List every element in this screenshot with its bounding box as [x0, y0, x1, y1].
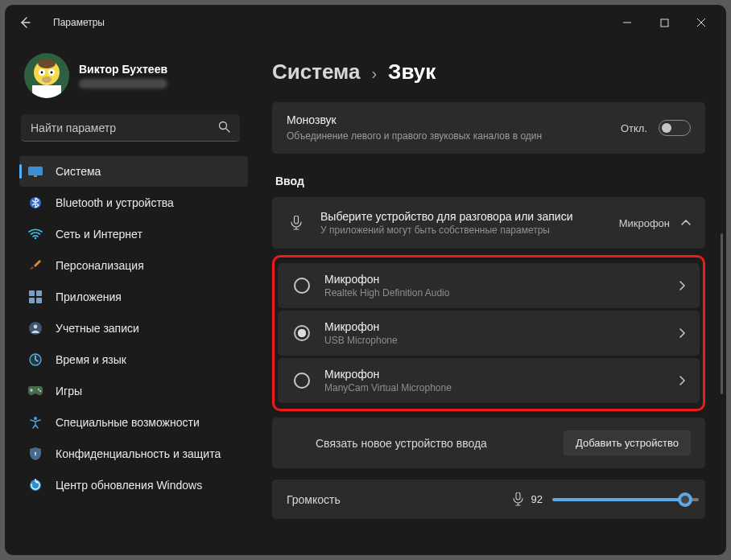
svg-rect-18 — [36, 298, 42, 303]
sidebar-item-label: Система — [56, 165, 101, 178]
choose-device-subtitle: У приложений могут быть собственные пара… — [320, 224, 619, 236]
radio-unselected[interactable] — [294, 278, 310, 294]
svg-point-25 — [35, 452, 36, 454]
minimize-icon — [622, 18, 632, 27]
current-input-device: Микрофон — [619, 217, 670, 229]
sidebar-item-bluetooth[interactable]: Bluetooth и устройства — [19, 187, 248, 218]
apps-icon — [27, 289, 43, 305]
device-title: Микрофон — [324, 273, 679, 286]
sidebar-item-label: Сеть и Интернет — [56, 228, 142, 241]
mono-audio-card[interactable]: Монозвук Объединение левого и правого зв… — [272, 102, 705, 154]
sidebar-item-label: Специальные возможности — [56, 416, 200, 429]
sidebar-item-privacy[interactable]: Конфиденциальность и защита — [19, 439, 248, 469]
pair-device-label: Связать новое устройство ввода — [316, 437, 564, 450]
svg-rect-29 — [516, 492, 520, 500]
back-button[interactable] — [11, 9, 39, 36]
maximize-icon — [660, 19, 669, 27]
minimize-button[interactable] — [609, 7, 646, 38]
avatar — [24, 53, 69, 98]
system-icon — [27, 163, 43, 179]
input-section-heading: Ввод — [275, 175, 705, 187]
bluetooth-icon — [27, 195, 43, 211]
svg-rect-9 — [32, 85, 61, 98]
sidebar-item-network[interactable]: Сеть и Интернет — [19, 219, 248, 249]
chevron-right-icon[interactable] — [679, 376, 685, 385]
add-device-button[interactable]: Добавить устройство — [564, 430, 691, 455]
input-device-item[interactable]: Микрофон Realtek High Definition Audio — [278, 263, 700, 308]
window-title: Параметры — [53, 17, 105, 28]
device-subtitle: ManyCam Virtual Microphone — [324, 382, 679, 393]
mono-subtitle: Объединение левого и правого звуковых ка… — [287, 130, 552, 142]
titlebar: Параметры — [5, 5, 726, 40]
sidebar-item-accessibility[interactable]: Специальные возможности — [19, 407, 248, 438]
sidebar-item-system[interactable]: Система — [19, 156, 248, 187]
close-button[interactable] — [683, 7, 720, 38]
volume-slider[interactable] — [552, 498, 691, 501]
svg-point-23 — [39, 390, 41, 392]
search-input[interactable] — [21, 114, 240, 142]
sidebar-item-label: Игры — [56, 385, 82, 397]
input-device-item[interactable]: Микрофон ManyCam Virtual Microphone — [278, 358, 700, 403]
input-device-list-highlight: Микрофон Realtek High Definition Audio М… — [272, 255, 705, 411]
svg-point-10 — [220, 122, 227, 130]
paintbrush-icon — [27, 257, 43, 274]
sidebar-item-apps[interactable]: Приложения — [19, 282, 248, 312]
chevron-right-icon[interactable] — [679, 281, 685, 290]
choose-device-title: Выберите устройство для разговора или за… — [320, 210, 619, 223]
scrollbar[interactable] — [721, 233, 723, 394]
nav: Система Bluetooth и устройства Сеть и Ин… — [19, 156, 248, 500]
microphone-icon — [287, 216, 306, 230]
svg-rect-12 — [34, 175, 37, 177]
svg-point-8 — [42, 76, 52, 83]
sidebar-item-label: Центр обновления Windows — [56, 479, 202, 492]
input-volume-card[interactable]: Громкость 92 — [272, 480, 705, 519]
svg-rect-17 — [29, 298, 35, 303]
breadcrumb-parent[interactable]: Система — [272, 60, 360, 84]
arrow-left-icon — [19, 16, 31, 29]
pair-device-card: Связать новое устройство ввода Добавить … — [272, 418, 705, 468]
sidebar-item-label: Время и язык — [56, 353, 126, 366]
radio-unselected[interactable] — [294, 373, 310, 389]
svg-rect-16 — [36, 290, 42, 296]
chevron-right-icon[interactable] — [679, 328, 685, 338]
volume-label: Громкость — [287, 493, 448, 506]
mono-state-label: Откл. — [621, 122, 647, 134]
microphone-icon[interactable] — [513, 492, 523, 506]
sidebar-item-label: Персонализация — [56, 259, 144, 272]
gamepad-icon — [27, 383, 43, 399]
account-email-blurred — [79, 79, 167, 89]
maximize-button[interactable] — [646, 7, 683, 38]
sidebar-item-windows-update[interactable]: Центр обновления Windows — [19, 470, 248, 500]
device-title: Микрофон — [324, 320, 679, 333]
choose-input-device-card[interactable]: Выберите устройство для разговора или за… — [272, 197, 705, 249]
close-icon — [696, 18, 706, 27]
input-device-item[interactable]: Микрофон USB Microphone — [278, 311, 700, 356]
search-wrap — [21, 114, 240, 142]
breadcrumb: Система › Звук — [272, 60, 705, 84]
account-block[interactable]: Виктор Бухтеев — [24, 53, 248, 98]
sidebar-item-personalization[interactable]: Персонализация — [19, 250, 248, 281]
settings-window: Параметры — [5, 5, 726, 555]
sidebar-item-label: Конфиденциальность и защита — [56, 447, 221, 460]
svg-point-6 — [41, 72, 43, 74]
device-subtitle: USB Microphone — [324, 335, 679, 346]
mono-toggle[interactable] — [659, 120, 691, 136]
search-icon — [218, 121, 230, 133]
svg-point-24 — [34, 417, 37, 420]
device-subtitle: Realtek High Definition Audio — [324, 287, 679, 299]
svg-rect-26 — [35, 454, 35, 455]
svg-point-7 — [51, 72, 53, 74]
avatar-image — [24, 53, 69, 98]
clock-globe-icon — [27, 352, 43, 368]
sidebar-item-gaming[interactable]: Игры — [19, 376, 248, 406]
svg-point-3 — [38, 59, 56, 68]
sidebar-item-time-language[interactable]: Время и язык — [19, 344, 248, 375]
volume-value: 92 — [531, 493, 543, 505]
sidebar-item-accounts[interactable]: Учетные записи — [19, 313, 248, 344]
wifi-icon — [27, 226, 43, 242]
page-title: Звук — [388, 60, 436, 84]
accessibility-icon — [27, 414, 43, 430]
svg-rect-0 — [661, 19, 668, 27]
radio-selected[interactable] — [294, 325, 310, 341]
svg-rect-28 — [295, 216, 299, 224]
